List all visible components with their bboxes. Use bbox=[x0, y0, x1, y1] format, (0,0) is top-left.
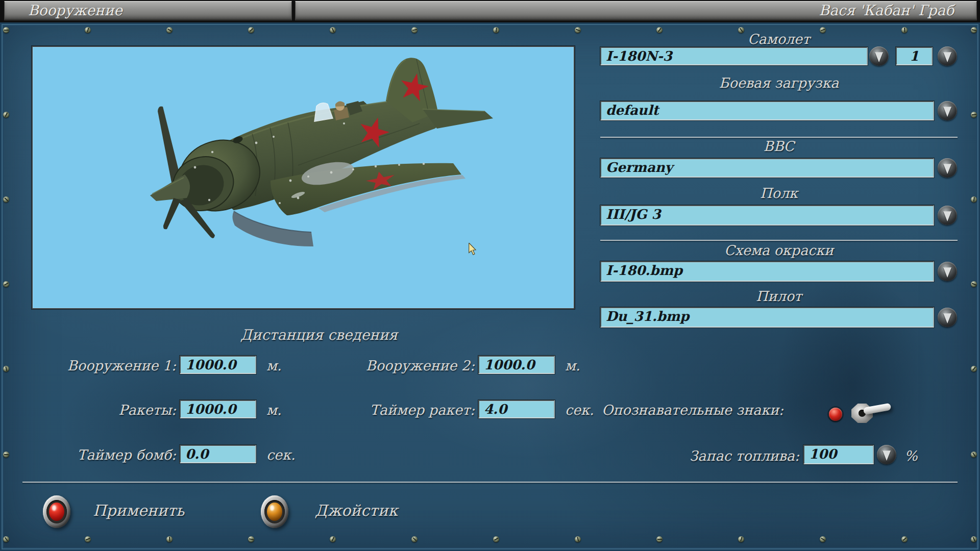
rivet-screw bbox=[971, 27, 977, 33]
rivet-screw bbox=[971, 112, 977, 118]
rivet-screw bbox=[3, 281, 9, 287]
rivet-screw bbox=[493, 536, 499, 542]
dropdown-arrow-icon: ▼ bbox=[943, 49, 951, 63]
bomb-timer-label: Таймер бомб: bbox=[31, 446, 176, 464]
rivet-screw bbox=[738, 536, 744, 542]
dropdown-arrow-icon: ▼ bbox=[883, 448, 891, 461]
skin-dropdown-button[interactable]: ▼ bbox=[938, 262, 957, 281]
rivet-screw bbox=[971, 366, 977, 372]
pilot-skin-dropdown-button[interactable]: ▼ bbox=[938, 308, 957, 327]
armament-screen: Вооружение Вася 'Кабан' Граб bbox=[0, 0, 980, 551]
rivet-screw bbox=[493, 27, 499, 33]
rivet-screw bbox=[575, 536, 581, 542]
rivet-screw bbox=[971, 452, 977, 458]
bomb-timer-unit: сек. bbox=[266, 446, 296, 464]
airforce-dropdown-button[interactable]: ▼ bbox=[938, 158, 957, 178]
titlebar-pilot-section: Вася 'Кабан' Граб bbox=[295, 1, 977, 20]
bomb-timer-input[interactable]: 0.0 bbox=[180, 445, 256, 463]
dropdown-arrow-icon: ▼ bbox=[943, 209, 951, 222]
airforce-select[interactable]: Germany bbox=[600, 158, 934, 178]
weapon1-label: Вооружение 1: bbox=[31, 357, 176, 374]
loadout-dropdown-button[interactable]: ▼ bbox=[938, 101, 957, 120]
rivet-screw bbox=[3, 366, 9, 372]
propeller-spinner bbox=[150, 174, 190, 201]
weapon1-unit: м. bbox=[266, 357, 282, 374]
dropdown-arrow-icon: ▼ bbox=[875, 49, 883, 63]
rivet-screw bbox=[3, 452, 9, 458]
rivet-screw bbox=[971, 536, 977, 542]
rivet-screw bbox=[901, 536, 908, 542]
rivet-screw bbox=[411, 536, 418, 542]
airforce-label: ВВС bbox=[600, 138, 958, 155]
rivet-screw bbox=[166, 27, 173, 33]
weapon2-unit: м. bbox=[565, 357, 580, 374]
joystick-button-amber-lamp bbox=[267, 503, 282, 521]
pilot-skin-select[interactable]: Du_31.bmp bbox=[600, 307, 934, 328]
rivet-screw bbox=[248, 27, 254, 33]
rivet-screw bbox=[575, 27, 581, 33]
rockets-label: Ракеты: bbox=[31, 402, 176, 419]
skin-label: Схема окраски bbox=[600, 242, 958, 259]
aircraft-preview-render bbox=[33, 47, 574, 308]
rivet-screw bbox=[411, 27, 418, 33]
screen-title: Вооружение bbox=[28, 2, 122, 19]
loadout-label: Боевая загрузка bbox=[600, 74, 958, 92]
chin-intake bbox=[232, 211, 313, 246]
rivet-screw bbox=[656, 536, 663, 542]
rockets-input[interactable]: 1000.0 bbox=[180, 400, 256, 418]
pilot-skin-label: Пилот bbox=[600, 288, 958, 305]
rivet-screw bbox=[3, 196, 9, 203]
fuel-unit: % bbox=[904, 447, 918, 465]
rivet-screw bbox=[971, 196, 977, 203]
rocket-timer-label: Таймер ракет: bbox=[327, 402, 475, 419]
markings-indicator-lamp bbox=[829, 408, 842, 421]
apply-button-label: Применить bbox=[93, 502, 184, 519]
rivet-screw bbox=[85, 536, 91, 542]
fuel-label: Запас топлива: bbox=[638, 447, 799, 465]
aircraft-preview bbox=[32, 46, 575, 309]
rocket-timer-input[interactable]: 4.0 bbox=[478, 400, 555, 418]
weapon1-input[interactable]: 1000.0 bbox=[180, 356, 256, 374]
joystick-button-label: Джойстик bbox=[315, 502, 398, 519]
weapon2-label: Вооружение 2: bbox=[327, 357, 475, 374]
apply-button[interactable] bbox=[43, 495, 70, 528]
rocket-timer-unit: сек. bbox=[565, 402, 594, 419]
rivet-screw bbox=[3, 27, 9, 33]
regiment-label: Полк bbox=[600, 185, 958, 202]
apply-button-red-lamp bbox=[49, 503, 64, 521]
rivet-screw bbox=[820, 536, 826, 542]
regiment-dropdown-button[interactable]: ▼ bbox=[938, 206, 957, 225]
aircraft-label: Самолет bbox=[600, 31, 958, 48]
rivet-screw bbox=[85, 27, 91, 33]
dropdown-arrow-icon: ▼ bbox=[943, 104, 951, 117]
fuel-input[interactable]: 100 bbox=[803, 445, 874, 464]
section-separator bbox=[600, 240, 958, 241]
weapon2-input[interactable]: 1000.0 bbox=[478, 356, 555, 374]
fuel-dropdown-button[interactable]: ▼ bbox=[877, 445, 896, 464]
rivet-screw bbox=[248, 536, 254, 542]
rivet-screw bbox=[166, 536, 173, 542]
rivet-screw bbox=[330, 536, 336, 542]
aircraft-count-field[interactable]: 1 bbox=[896, 47, 933, 65]
markings-label: Опознавательные знаки: bbox=[602, 402, 783, 419]
pilot-name: Вася 'Кабан' Граб bbox=[819, 2, 954, 19]
skin-select[interactable]: I-180.bmp bbox=[600, 261, 934, 282]
aircraft-count-dropdown-button[interactable]: ▼ bbox=[938, 46, 957, 66]
dropdown-arrow-icon: ▼ bbox=[943, 161, 951, 174]
actions-separator bbox=[22, 482, 958, 483]
rivet-screw bbox=[3, 536, 9, 542]
regiment-select[interactable]: III/JG 3 bbox=[600, 205, 934, 226]
titlebar: Вооружение Вася 'Кабан' Граб bbox=[0, 0, 980, 22]
joystick-button[interactable] bbox=[261, 495, 288, 528]
dropdown-arrow-icon: ▼ bbox=[943, 265, 951, 278]
rockets-unit: м. bbox=[266, 402, 282, 419]
aircraft-select[interactable]: I-180N-3 bbox=[600, 47, 868, 65]
rivet-screw bbox=[971, 281, 977, 287]
titlebar-screen-section: Вооружение bbox=[4, 1, 292, 20]
loadout-select[interactable]: default bbox=[600, 101, 934, 120]
aircraft-dropdown-button[interactable]: ▼ bbox=[869, 46, 889, 66]
dropdown-arrow-icon: ▼ bbox=[943, 311, 951, 324]
rivet-screw bbox=[330, 27, 336, 33]
rivet-screw bbox=[3, 112, 9, 118]
convergence-title: Дистанция сведения bbox=[115, 327, 523, 344]
